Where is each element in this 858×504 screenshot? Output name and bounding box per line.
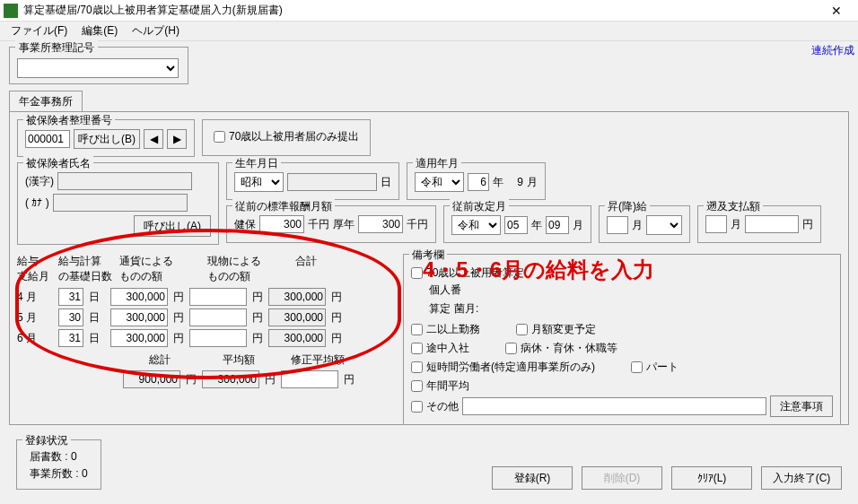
chk-nenkan[interactable]: 年間平均 xyxy=(411,378,833,394)
chk-over70[interactable]: 70歳以上被用者算定 xyxy=(411,265,833,281)
d5[interactable] xyxy=(58,308,83,326)
chk-part[interactable]: パート xyxy=(631,360,679,375)
t5 xyxy=(268,308,326,326)
over70-checkbox[interactable]: 70歳以上被用者届のみ提出 xyxy=(214,129,359,144)
window-title: 算定基礎届/70歳以上被用者算定基礎届入力(新規届書) xyxy=(23,3,819,18)
end-button[interactable]: 入力終了(C) xyxy=(761,466,842,490)
shoukou-sel[interactable] xyxy=(646,215,682,235)
chk-getsugaku[interactable]: 月額変更予定 xyxy=(516,322,596,337)
d4[interactable] xyxy=(58,288,83,306)
sakujo-button[interactable]: 削除(D) xyxy=(582,466,662,490)
apply-year[interactable] xyxy=(468,173,489,191)
kousei-input[interactable] xyxy=(358,215,403,233)
kenpo-input[interactable] xyxy=(259,215,304,233)
prevrev-y[interactable] xyxy=(504,216,528,234)
office-label: 事業所整理記号 xyxy=(15,40,98,56)
close-icon[interactable]: ✕ xyxy=(819,1,854,21)
chk-tochu[interactable]: 途中入社 xyxy=(411,341,469,356)
birth-date xyxy=(287,173,377,191)
menu-file[interactable]: ファイル(F) xyxy=(4,22,74,40)
chk-2ijo[interactable]: 二以上勤務 xyxy=(411,322,480,337)
soukei xyxy=(123,370,180,388)
c6[interactable] xyxy=(110,329,168,347)
g5[interactable] xyxy=(189,308,247,326)
touroku-button[interactable]: 登録(R) xyxy=(492,466,573,490)
hiho-no-label: 被保険者整理番号 xyxy=(23,113,115,128)
clear-button[interactable]: ｸﾘｱ(L) xyxy=(671,466,752,490)
d6[interactable] xyxy=(58,329,83,347)
next-icon[interactable]: ▶ xyxy=(167,129,187,149)
renzoku-link[interactable]: 連続作成 xyxy=(811,43,854,58)
call-a-button[interactable]: 呼び出し(A) xyxy=(134,215,211,237)
name-label: 被保険者氏名 xyxy=(23,156,93,171)
app-icon xyxy=(4,4,18,18)
c5[interactable] xyxy=(110,308,168,326)
name-kanji xyxy=(57,172,192,190)
apply-era[interactable]: 令和 xyxy=(415,172,464,192)
name-kana xyxy=(53,194,188,212)
sonota-input[interactable] xyxy=(462,397,766,415)
c4[interactable] xyxy=(110,288,168,306)
shusei[interactable] xyxy=(281,370,338,388)
sokyuu-v[interactable] xyxy=(745,215,799,233)
chuui-button[interactable]: 注意事項 xyxy=(770,395,833,417)
chk-sonota[interactable]: その他 xyxy=(411,399,459,414)
tab-nenkin[interactable]: 年金事務所 xyxy=(9,91,83,112)
prevrev-era[interactable]: 令和 xyxy=(451,215,501,235)
call-b-button[interactable]: 呼び出し(B) xyxy=(74,129,140,149)
heikin xyxy=(202,370,259,388)
chk-byokyu[interactable]: 病休・育休・休職等 xyxy=(505,341,617,356)
shoukou-m[interactable] xyxy=(607,216,628,234)
t6 xyxy=(268,329,326,347)
chk-tanjikan[interactable]: 短時間労働者(特定適用事業所のみ) xyxy=(411,360,595,375)
t4 xyxy=(268,288,326,306)
sokyuu-m[interactable] xyxy=(705,215,727,233)
g4[interactable] xyxy=(189,288,247,306)
hiho-no-input[interactable] xyxy=(25,130,70,148)
menu-help[interactable]: ヘルプ(H) xyxy=(125,22,187,40)
menubar: ファイル(F) 編集(E) ヘルプ(H) xyxy=(0,22,858,41)
prev-icon[interactable]: ◀ xyxy=(144,129,163,149)
office-select[interactable] xyxy=(17,58,179,78)
prevrev-m[interactable] xyxy=(546,216,569,234)
g6[interactable] xyxy=(189,329,247,347)
menu-edit[interactable]: 編集(E) xyxy=(74,22,125,40)
birth-era[interactable]: 昭和 xyxy=(234,172,284,192)
